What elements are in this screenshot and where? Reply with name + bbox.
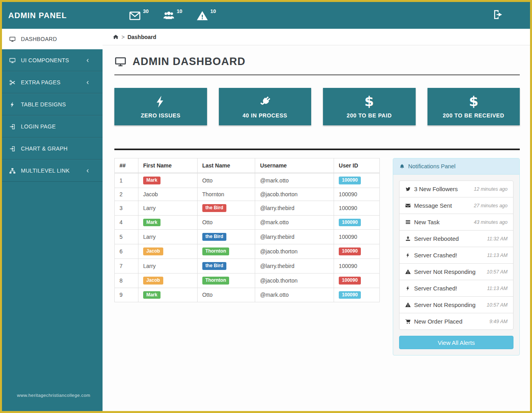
sidebar-item-multilevel-link[interactable]: MULTILEVEL LINK xyxy=(2,160,103,182)
page-title-row: ADMIN DASHBOARD xyxy=(114,56,520,68)
sidebar-item-chart-graph[interactable]: CHART & GRAPH xyxy=(2,138,103,160)
app-title: ADMIN PANEL xyxy=(8,11,67,20)
view-all-alerts-button[interactable]: View All Alerts xyxy=(399,336,513,349)
bolt-icon xyxy=(9,101,16,108)
cell-username: @larry.thebird xyxy=(255,259,334,273)
cell-user-id: 100090 xyxy=(334,273,380,288)
sign-in-icon xyxy=(9,145,16,152)
notification-item[interactable]: Server Not Responding10:57 AM xyxy=(399,264,513,280)
topbar: ADMIN PANEL 301010 xyxy=(2,2,530,29)
notification-text: Server Not Responding xyxy=(414,301,476,308)
plug-icon xyxy=(258,95,272,109)
bolt-icon xyxy=(405,285,411,291)
notification-item[interactable]: New Order Placed9:49 AM xyxy=(399,313,513,329)
notification-item[interactable]: Server Not Responding10:57 AM xyxy=(399,297,513,313)
notification-time: 9:49 AM xyxy=(489,319,508,324)
cell-user-id: 100090 xyxy=(334,201,380,215)
sidebar-item-ui-components[interactable]: UI COMPONENTS xyxy=(2,49,103,71)
divider-light xyxy=(114,74,520,75)
notification-item[interactable]: Server Rebooted11:32 AM xyxy=(399,231,513,247)
stat-tile-200-to-be-paid[interactable]: $200 TO BE PAID xyxy=(323,88,416,125)
cell-row-number: 6 xyxy=(115,244,138,259)
envelope-icon xyxy=(129,10,141,22)
last-name-badge: Thornton xyxy=(202,277,230,285)
cell-username: @jacob.thorton xyxy=(255,244,334,259)
notification-text: Server Not Responding xyxy=(414,268,476,275)
notifications-list: 3 New Followers12 minutes agoMessage Sen… xyxy=(399,180,513,330)
cell-last-name: Otto xyxy=(197,173,255,188)
cell-last-name: the Bird xyxy=(197,201,255,215)
envelope-filled-icon xyxy=(405,203,411,208)
last-name-badge: the Bird xyxy=(202,204,226,212)
notification-time: 12 minutes ago xyxy=(474,186,508,192)
cell-user-id: 100090 xyxy=(334,215,380,230)
warning-icon xyxy=(405,269,411,275)
twitter-icon xyxy=(405,186,411,192)
notification-time: 11:32 AM xyxy=(487,236,508,242)
stat-tile-40-in-process[interactable]: 40 IN PROCESS xyxy=(219,88,312,125)
svg-text:$: $ xyxy=(364,95,374,109)
cell-last-name: Otto xyxy=(197,215,255,230)
notification-text: Server Crashed! xyxy=(414,252,457,259)
topbar-envelope-button[interactable]: 30 xyxy=(129,10,148,22)
sidebar-item-label: MULTILEVEL LINK xyxy=(21,167,70,174)
topbar-warning-button[interactable]: 10 xyxy=(196,10,216,22)
table-row: 4MarkOtto@mark.otto100090 xyxy=(115,215,380,230)
cell-username: @larry.thebird xyxy=(255,230,334,244)
sitemap-icon xyxy=(9,167,16,174)
home-icon[interactable] xyxy=(113,34,119,40)
notification-item[interactable]: Message Sent27 minutes ago xyxy=(399,197,513,214)
first-name-badge: Jacob xyxy=(143,277,163,285)
notification-item[interactable]: 3 New Followers12 minutes ago xyxy=(399,181,513,197)
table-row: 1MarkOtto@mark.otto100090 xyxy=(115,173,380,188)
notification-count: 10 xyxy=(210,8,216,14)
table-header-cell: Username xyxy=(255,158,334,173)
users-icon xyxy=(163,10,175,22)
notification-item[interactable]: Server Crashed!11:13 AM xyxy=(399,247,513,264)
table-header-row: ##First NameLast NameUsernameUser ID xyxy=(115,158,380,173)
logout-button[interactable] xyxy=(492,9,504,22)
sidebar-item-table-designs[interactable]: TABLE DESIGNS xyxy=(2,93,103,115)
cell-user-id: 100090 xyxy=(334,244,380,259)
cell-username: @jacob.thorton xyxy=(255,188,334,201)
cell-last-name: Otto xyxy=(197,288,255,302)
notification-item[interactable]: New Task43 minutes ago xyxy=(399,214,513,231)
bolt-icon xyxy=(153,95,168,109)
sidebar-item-label: DASHBOARD xyxy=(21,36,57,42)
stat-tile-200-to-be-received[interactable]: $200 TO BE RECEIVED xyxy=(427,88,520,125)
cell-last-name: Thornton xyxy=(197,188,255,201)
table-row: 3Larrythe Bird@larry.thebird100090 xyxy=(115,201,380,215)
notification-count: 10 xyxy=(177,8,182,14)
divider-dark xyxy=(114,149,520,150)
topbar-users-button[interactable]: 10 xyxy=(163,10,182,22)
user-id-badge: 100090 xyxy=(339,247,361,255)
table-row: 8JacobThornton@jacob.thorton100090 xyxy=(115,273,380,288)
cell-first-name: Jacob xyxy=(138,188,197,201)
cell-row-number: 4 xyxy=(115,215,138,230)
notification-time: 43 minutes ago xyxy=(474,220,508,225)
sidebar-item-label: LOGIN PAGE xyxy=(21,123,56,130)
bolt-icon xyxy=(405,252,411,258)
cell-username: @larry.thebird xyxy=(255,201,334,215)
sidebar-item-login-page[interactable]: LOGIN PAGE xyxy=(2,115,103,138)
notification-time: 10:57 AM xyxy=(487,269,508,275)
body-wrap: DASHBOARDUI COMPONENTSEXTRA PAGESTABLE D… xyxy=(2,29,530,411)
notification-text: Server Rebooted xyxy=(414,235,459,242)
chevron-left-icon xyxy=(85,80,90,85)
sidebar-item-extra-pages[interactable]: EXTRA PAGES xyxy=(2,71,103,93)
sign-out-icon xyxy=(492,9,504,20)
cell-first-name: Mark xyxy=(138,288,197,302)
sidebar-item-label: EXTRA PAGES xyxy=(21,79,60,86)
upload-icon xyxy=(405,236,411,242)
cell-user-id: 100090 xyxy=(334,188,380,201)
cell-first-name: Jacob xyxy=(138,273,197,288)
notification-time: 11:13 AM xyxy=(487,286,508,291)
warning-icon xyxy=(196,10,208,22)
sidebar-item-dashboard[interactable]: DASHBOARD xyxy=(2,29,103,49)
cell-row-number: 5 xyxy=(115,230,138,244)
topbar-notification-icons: 301010 xyxy=(129,9,216,22)
cell-first-name: Larry xyxy=(138,201,197,215)
main-area: > Dashboard ADMIN DASHBOARD ZERO ISSUES4… xyxy=(103,29,530,411)
stat-tile-zero-issues[interactable]: ZERO ISSUES xyxy=(114,88,207,125)
notification-item[interactable]: Server Crashed!11:13 AM xyxy=(399,280,513,297)
